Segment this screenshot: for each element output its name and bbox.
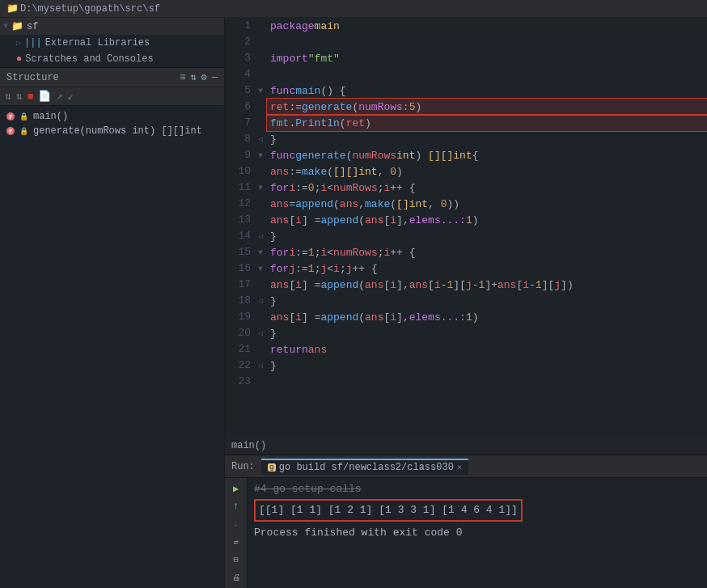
gutter-cell-7 — [254, 115, 267, 131]
struct-pin-icon[interactable]: ■ — [28, 91, 34, 103]
main-layout: ▼ 📁 sf ▷ ||| External Libraries ● Scratc… — [0, 18, 707, 588]
gutter-cell-19 — [254, 309, 267, 325]
run-tree-button[interactable]: ⊟ — [229, 552, 243, 567]
line-number-15: 15 — [228, 244, 251, 260]
struct-sort2-icon[interactable]: ⇅ — [16, 90, 23, 103]
gutter-cell-23 — [254, 374, 267, 390]
line-number-22: 22 — [228, 357, 251, 374]
struct-sort-icon[interactable]: ⇅ — [5, 90, 11, 103]
code-line-13: ans[i] = append(ans[i], elems...: 1) — [267, 212, 707, 228]
struct-lock-main: 🔒 — [19, 112, 28, 121]
line-number-14: 14 — [228, 228, 251, 244]
gutter-cell-21 — [254, 341, 267, 357]
line-number-5: 5 — [228, 82, 251, 99]
run-controls: ▶ ↑ ↓ ⇌ ⊟ 🖨 — [225, 478, 248, 588]
line-number-18: 18 — [228, 293, 251, 309]
chevron-right-icon: ▷ — [16, 38, 21, 48]
sidebar-item-scratches[interactable]: ● Scratches and Consoles — [0, 51, 224, 67]
sort-alpha-icon[interactable]: ≡ — [180, 72, 185, 83]
close-panel-icon[interactable]: — — [212, 72, 218, 83]
library-icon: ||| — [24, 37, 42, 49]
editor-area: 1234567891011121314151617181920212223 ▼◁… — [225, 18, 707, 588]
code-line-7: fmt.Println(ret) — [267, 115, 707, 131]
gutter-cell-8[interactable]: ◁ — [254, 131, 267, 147]
run-play-button[interactable]: ▶ — [229, 481, 243, 496]
gutter-cell-16[interactable]: ▼ — [254, 260, 267, 277]
scratch-icon: ● — [16, 53, 22, 65]
code-line-2 — [267, 34, 707, 50]
project-path: D:\mysetup\gopath\src\sf — [20, 3, 160, 15]
gutter-cell-18[interactable]: ◁ — [254, 293, 267, 309]
sidebar-root[interactable]: ▼ 📁 sf — [0, 18, 224, 35]
run-down-button[interactable]: ↓ — [229, 517, 243, 531]
folder-icon: 📁 — [11, 20, 23, 32]
line-number-19: 19 — [228, 309, 251, 325]
gutter: ▼◁▼▼◁▼▼◁◁◁ — [254, 18, 267, 437]
line-number-23: 23 — [228, 374, 251, 390]
chevron-down-icon: ▼ — [3, 22, 8, 31]
code-line-18: } — [267, 293, 707, 309]
code-line-3: import "fmt" — [267, 50, 707, 66]
structure-content: f 🔒 main() f 🔒 generate(numRows int) [][… — [0, 106, 224, 588]
func-icon-main: f — [6, 112, 15, 121]
output-line: [[1] [1 1] [1 2 1] [1 3 3 1] [1 4 6 4 1]… — [254, 499, 701, 522]
line-number-20: 20 — [228, 325, 251, 341]
struct-nav-icon[interactable]: ↗ — [56, 90, 62, 103]
code-line-16: for j := 1; j < i; j++ { — [267, 260, 707, 277]
line-number-9: 9 — [228, 147, 251, 163]
line-number-12: 12 — [228, 196, 251, 212]
line-number-8: 8 — [228, 131, 251, 147]
code-lines: package mainimport "fmt"func main() { re… — [267, 18, 707, 437]
code-line-12: ans = append(ans, make([]int, 0)) — [267, 196, 707, 212]
struct-item-generate[interactable]: f 🔒 generate(numRows int) [][]int — [6, 124, 218, 138]
console-output[interactable]: #4 go setup calls [[1] [1 1] [1 2 1] [1 … — [248, 478, 707, 588]
code-line-11: for i := 0; i < numRows; i++ { — [267, 180, 707, 196]
gutter-cell-20[interactable]: ◁ — [254, 325, 267, 341]
sidebar-item-external-libraries[interactable]: ▷ ||| External Libraries — [0, 35, 224, 51]
struct-nav2-icon[interactable]: ↙ — [67, 90, 74, 103]
gutter-cell-13 — [254, 212, 267, 228]
gutter-cell-4 — [254, 66, 267, 82]
line-number-7: 7 — [228, 115, 251, 131]
struct-item-main[interactable]: f 🔒 main() — [6, 109, 218, 124]
code-line-6: ret := generate( numRows: 5) — [267, 99, 707, 115]
sidebar-label-external-libraries: External Libraries — [45, 37, 150, 49]
run-label: Run: — [231, 461, 255, 472]
gutter-cell-3 — [254, 50, 267, 66]
code-line-5: func main() { — [267, 82, 707, 99]
gutter-cell-2 — [254, 34, 267, 50]
gutter-cell-6 — [254, 99, 267, 115]
go-icon: g — [268, 463, 276, 472]
struct-file-icon[interactable]: 📄 — [38, 90, 51, 103]
struct-lock-generate: 🔒 — [19, 127, 28, 136]
line-number-17: 17 — [228, 277, 251, 293]
gutter-cell-9[interactable]: ▼ — [254, 147, 267, 163]
run-wrap-button[interactable]: ⇌ — [229, 535, 243, 549]
code-line-19: ans[i] = append(ans[i], elems...: 1) — [267, 309, 707, 325]
code-line-14: } — [267, 228, 707, 244]
gutter-cell-15[interactable]: ▼ — [254, 244, 267, 260]
line-number-10: 10 — [228, 163, 251, 180]
process-done-text: Process finished with exit code 0 — [254, 527, 462, 539]
process-done-line: Process finished with exit code 0 — [254, 525, 701, 541]
run-tab[interactable]: g go build sf/newclass2/class030 ✕ — [261, 459, 469, 475]
gutter-cell-10 — [254, 163, 267, 180]
code-line-8: } — [267, 131, 707, 147]
sidebar-root-label: sf — [27, 21, 38, 32]
output-highlight-box: [[1] [1 1] [1 2 1] [1 3 3 1] [1 4 6 4 1]… — [254, 499, 523, 522]
breadcrumb-bar: main() — [225, 437, 707, 455]
run-print-button[interactable]: 🖨 — [229, 570, 243, 585]
gutter-cell-11[interactable]: ▼ — [254, 180, 267, 196]
breadcrumb-text: main() — [231, 440, 266, 451]
run-tab-close-icon[interactable]: ✕ — [457, 462, 463, 472]
structure-header-icons: ≡ ⇅ ⚙ — — [180, 71, 218, 83]
gutter-cell-5[interactable]: ▼ — [254, 82, 267, 99]
gutter-cell-14[interactable]: ◁ — [254, 228, 267, 244]
code-line-17: ans[i] = append(ans[i], ans[i-1][j-1]+an… — [267, 277, 707, 293]
run-up-button[interactable]: ↑ — [229, 499, 243, 514]
code-container[interactable]: 1234567891011121314151617181920212223 ▼◁… — [225, 18, 707, 437]
sort-type-icon[interactable]: ⇅ — [190, 71, 196, 83]
gutter-cell-22[interactable]: ◁ — [254, 357, 267, 374]
settings-icon[interactable]: ⚙ — [201, 71, 207, 83]
line-number-13: 13 — [228, 212, 251, 228]
